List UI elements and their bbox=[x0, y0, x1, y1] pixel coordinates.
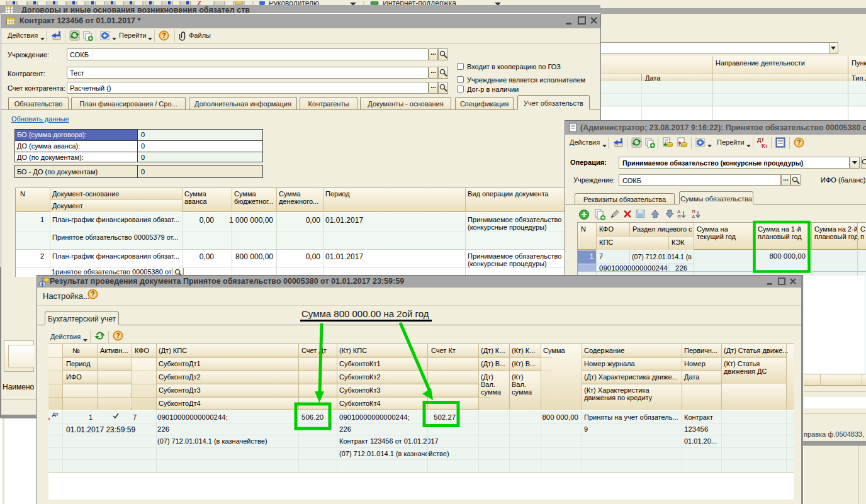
svg-text:?: ? bbox=[162, 32, 166, 39]
svg-text:?: ? bbox=[91, 291, 94, 298]
svg-text:А: А bbox=[692, 214, 695, 220]
svg-text:Я: Я bbox=[677, 214, 681, 220]
svg-text:?: ? bbox=[797, 139, 801, 146]
svg-text:?: ? bbox=[116, 332, 120, 339]
